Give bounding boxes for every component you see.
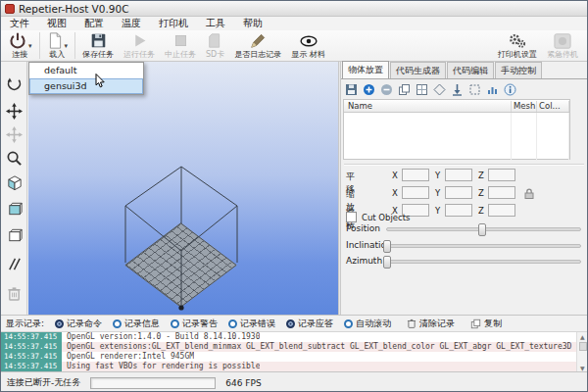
autoscroll-toggle[interactable]: 自动滚动 [344, 318, 391, 330]
azimuth-slider[interactable] [386, 260, 581, 264]
toggle-icon [171, 319, 179, 328]
job-progress-bar [90, 377, 216, 389]
log-ack-toggle[interactable]: 记录应答 [286, 318, 333, 330]
trash-icon [7, 285, 22, 302]
connect-label: 连接 [12, 50, 27, 60]
zoom-view-button[interactable] [4, 148, 24, 169]
menu-help[interactable]: 帮助 [234, 17, 271, 30]
log-errors-toggle[interactable]: 记录错误 [228, 318, 275, 330]
column-name[interactable]: Name [348, 101, 372, 111]
repetier-host-window: Repetier-Host V0.90C 文件 视图 配置 温度 打印机 工具 … [0, 0, 588, 392]
dropdown-item-default[interactable]: default [29, 63, 143, 78]
menu-temperature[interactable]: 温度 [113, 17, 150, 30]
autoposition-icon[interactable] [432, 82, 446, 96]
object-list-table[interactable]: Name Mesh Col... [343, 99, 570, 160]
info-icon[interactable] [503, 82, 516, 96]
scale-z-input[interactable] [488, 186, 515, 199]
translate-z-input[interactable] [488, 169, 515, 181]
log-info-toggle[interactable]: 记录信息 [113, 318, 160, 330]
rotate-z-input[interactable] [488, 204, 515, 217]
top-view-button[interactable] [4, 224, 24, 245]
slider-handle[interactable] [383, 240, 391, 253]
statistics-icon[interactable] [485, 82, 499, 96]
dropdown-item-gensui3d[interactable]: gensui3d [29, 78, 143, 94]
title-bar[interactable]: Repetier-Host V0.90C [1, 1, 588, 17]
scroll-up-icon[interactable]: ▲ [580, 333, 585, 340]
rotate-y-input[interactable] [445, 204, 472, 217]
save-job-button[interactable]: 保存任务 [77, 30, 119, 61]
inclination-slider[interactable] [386, 244, 581, 248]
top-cube-icon [6, 226, 24, 244]
tab-slicer[interactable]: 代码生成器 [390, 62, 446, 78]
toggle-log-button[interactable]: 是否日志记录 [229, 30, 286, 61]
move-viewpoint-button[interactable] [4, 124, 24, 145]
drop-object-icon[interactable] [450, 82, 464, 96]
object-toolbar [344, 81, 516, 97]
parallel-projection-button[interactable] [4, 254, 24, 274]
kill-job-button[interactable]: 中止任务 [160, 30, 201, 61]
remove-object-icon[interactable] [379, 82, 393, 96]
clear-log-button[interactable]: 清除记录 [407, 318, 455, 330]
printer-settings-button[interactable]: 打印机设置 [493, 30, 542, 61]
column-mesh[interactable]: Mesh [514, 101, 535, 111]
connect-button[interactable]: ▾ 连接 [3, 30, 37, 61]
log-warnings-toggle[interactable]: 记录警告 [171, 318, 218, 330]
slider-handle[interactable] [478, 223, 486, 236]
log-line: 14:55:37.415OpenGL extensions:GL_EXT_ble… [1, 342, 588, 352]
emergency-stop-icon [553, 32, 572, 50]
toggle-icon [55, 319, 64, 328]
translate-y-input[interactable] [445, 169, 472, 181]
log-area[interactable]: 14:55:37.415OpenGL version:1.4.0 - Build… [1, 331, 588, 371]
sd-card-label: SD卡 [206, 50, 224, 60]
load-label: 载入 [49, 50, 65, 60]
show-filament-button[interactable]: 显示 材料 [286, 30, 330, 61]
front-view-button[interactable] [4, 198, 24, 219]
position-slider-row: Position [341, 222, 588, 237]
cube-wireframe [28, 62, 338, 315]
scrollbar-thumb[interactable] [579, 342, 587, 351]
slider-handle[interactable] [383, 256, 391, 269]
rotate-view-button[interactable] [4, 74, 24, 94]
scroll-down-icon[interactable]: ▼ [580, 365, 585, 371]
scale-x-input[interactable] [402, 186, 429, 199]
column-col[interactable]: Col... [539, 101, 561, 111]
tab-manual-control[interactable]: 手动控制 [495, 62, 542, 78]
view-toolbar [1, 62, 27, 315]
menu-file[interactable]: 文件 [1, 17, 38, 30]
toggle-icon [113, 319, 122, 328]
3d-viewport[interactable] [28, 62, 338, 315]
tab-object-placement[interactable]: 物体放置 [342, 61, 389, 78]
run-job-button[interactable]: 运行任务 [119, 30, 160, 61]
log-line: 14:55:37.415OpenGL renderer:Intel 945GM [1, 352, 588, 362]
menu-view[interactable]: 视图 [38, 17, 75, 30]
scale-y-input[interactable] [445, 186, 472, 199]
lock-aspect-icon[interactable] [523, 187, 535, 202]
printer-settings-label: 打印机设置 [498, 50, 537, 60]
cut-objects-checkbox[interactable] [346, 212, 357, 222]
sd-card-button[interactable]: SD卡 [201, 30, 229, 61]
copy-log-button[interactable]: 复制 [470, 318, 502, 330]
menu-tools[interactable]: 工具 [197, 17, 234, 30]
toggle-icon [228, 319, 237, 328]
tab-gcode-editor[interactable]: 代码编辑 [447, 62, 494, 78]
isometric-view-button[interactable] [4, 172, 24, 193]
save-object-icon[interactable] [344, 82, 358, 96]
delete-object-button[interactable] [4, 283, 24, 304]
toolbar-separator [74, 32, 75, 59]
center-object-icon[interactable] [415, 82, 428, 96]
toggle-log-label: 是否日志记录 [234, 50, 281, 60]
add-object-icon[interactable] [362, 82, 375, 96]
log-scrollbar[interactable]: ▲ ▼ [576, 332, 588, 371]
position-slider[interactable] [386, 227, 581, 231]
load-button[interactable]: ▾ 载入 [42, 30, 74, 61]
menu-printer[interactable]: 打印机 [150, 17, 197, 30]
copy-object-icon[interactable] [397, 82, 411, 96]
move-object-button[interactable] [4, 101, 24, 122]
emergency-stop-button[interactable]: 紧急停机 [542, 30, 583, 61]
file-icon [47, 31, 64, 50]
menu-config[interactable]: 配置 [75, 17, 113, 30]
selection-icon[interactable] [467, 82, 481, 96]
iso-cube-icon [6, 174, 24, 192]
translate-x-input[interactable] [402, 169, 429, 181]
log-commands-toggle[interactable]: 记录命令 [55, 318, 102, 330]
